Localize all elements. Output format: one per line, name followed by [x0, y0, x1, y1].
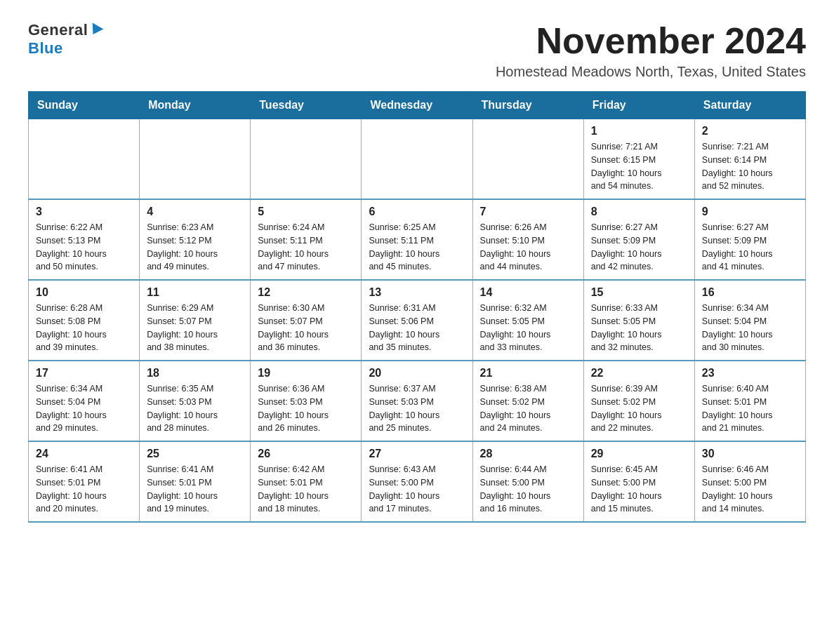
day-number: 30 — [702, 448, 798, 460]
calendar-week-row: 24Sunrise: 6:41 AM Sunset: 5:01 PM Dayli… — [29, 441, 806, 522]
day-number: 6 — [369, 206, 465, 218]
day-number: 14 — [480, 286, 576, 299]
day-number: 18 — [147, 367, 243, 380]
calendar-cell: 5Sunrise: 6:24 AM Sunset: 5:11 PM Daylig… — [251, 199, 362, 280]
logo-triangle-icon — [88, 22, 104, 37]
calendar-cell: 11Sunrise: 6:29 AM Sunset: 5:07 PM Dayli… — [140, 280, 251, 361]
logo-general-text: General — [28, 21, 88, 39]
day-number: 20 — [369, 367, 465, 380]
day-info: Sunrise: 6:44 AM Sunset: 5:00 PM Dayligh… — [480, 463, 576, 516]
day-info: Sunrise: 6:46 AM Sunset: 5:00 PM Dayligh… — [702, 463, 798, 516]
weekday-header-wednesday: Wednesday — [362, 92, 472, 119]
day-number: 8 — [591, 206, 687, 218]
day-info: Sunrise: 7:21 AM Sunset: 6:14 PM Dayligh… — [702, 140, 798, 193]
day-info: Sunrise: 6:22 AM Sunset: 5:13 PM Dayligh… — [36, 221, 132, 274]
calendar-cell: 16Sunrise: 6:34 AM Sunset: 5:04 PM Dayli… — [694, 280, 805, 361]
day-number: 1 — [591, 125, 687, 137]
weekday-header-friday: Friday — [583, 92, 694, 119]
day-info: Sunrise: 6:37 AM Sunset: 5:03 PM Dayligh… — [369, 382, 465, 435]
day-number: 12 — [258, 286, 354, 299]
day-number: 15 — [591, 286, 687, 299]
day-info: Sunrise: 7:21 AM Sunset: 6:15 PM Dayligh… — [591, 140, 687, 193]
day-number: 4 — [147, 206, 243, 218]
day-info: Sunrise: 6:27 AM Sunset: 5:09 PM Dayligh… — [702, 221, 798, 274]
calendar-cell: 23Sunrise: 6:40 AM Sunset: 5:01 PM Dayli… — [694, 361, 805, 441]
logo: General Blue — [28, 21, 102, 58]
day-number: 7 — [480, 206, 576, 218]
calendar-cell: 21Sunrise: 6:38 AM Sunset: 5:02 PM Dayli… — [472, 361, 583, 441]
day-number: 11 — [147, 286, 243, 299]
weekday-header-sunday: Sunday — [29, 92, 140, 119]
day-info: Sunrise: 6:23 AM Sunset: 5:12 PM Dayligh… — [147, 221, 243, 274]
day-info: Sunrise: 6:45 AM Sunset: 5:00 PM Dayligh… — [591, 463, 687, 516]
month-title: November 2024 — [496, 21, 806, 61]
calendar-cell — [472, 119, 583, 200]
calendar-cell: 7Sunrise: 6:26 AM Sunset: 5:10 PM Daylig… — [472, 199, 583, 280]
day-number: 16 — [702, 286, 798, 299]
calendar-week-row: 1Sunrise: 7:21 AM Sunset: 6:15 PM Daylig… — [29, 119, 806, 200]
calendar-cell: 22Sunrise: 6:39 AM Sunset: 5:02 PM Dayli… — [583, 361, 694, 441]
weekday-header-row: SundayMondayTuesdayWednesdayThursdayFrid… — [29, 92, 806, 119]
day-number: 21 — [480, 367, 576, 380]
calendar-week-row: 10Sunrise: 6:28 AM Sunset: 5:08 PM Dayli… — [29, 280, 806, 361]
day-number: 26 — [258, 448, 354, 460]
calendar-cell: 30Sunrise: 6:46 AM Sunset: 5:00 PM Dayli… — [694, 441, 805, 522]
calendar-cell — [29, 119, 140, 200]
day-number: 25 — [147, 448, 243, 460]
calendar-table: SundayMondayTuesdayWednesdayThursdayFrid… — [28, 91, 806, 523]
day-info: Sunrise: 6:42 AM Sunset: 5:01 PM Dayligh… — [258, 463, 354, 516]
calendar-cell: 28Sunrise: 6:44 AM Sunset: 5:00 PM Dayli… — [472, 441, 583, 522]
calendar-cell — [251, 119, 362, 200]
day-info: Sunrise: 6:41 AM Sunset: 5:01 PM Dayligh… — [147, 463, 243, 516]
weekday-header-thursday: Thursday — [472, 92, 583, 119]
day-number: 23 — [702, 367, 798, 380]
calendar-cell — [362, 119, 472, 200]
calendar-cell: 26Sunrise: 6:42 AM Sunset: 5:01 PM Dayli… — [251, 441, 362, 522]
day-info: Sunrise: 6:26 AM Sunset: 5:10 PM Dayligh… — [480, 221, 576, 274]
calendar-cell: 1Sunrise: 7:21 AM Sunset: 6:15 PM Daylig… — [583, 119, 694, 200]
day-number: 19 — [258, 367, 354, 380]
day-number: 2 — [702, 125, 798, 137]
day-number: 22 — [591, 367, 687, 380]
day-info: Sunrise: 6:36 AM Sunset: 5:03 PM Dayligh… — [258, 382, 354, 435]
calendar-week-row: 17Sunrise: 6:34 AM Sunset: 5:04 PM Dayli… — [29, 361, 806, 441]
day-number: 27 — [369, 448, 465, 460]
day-number: 5 — [258, 206, 354, 218]
day-info: Sunrise: 6:38 AM Sunset: 5:02 PM Dayligh… — [480, 382, 576, 435]
page-header: General Blue November 2024 Homestead Mea… — [28, 21, 806, 80]
day-number: 28 — [480, 448, 576, 460]
calendar-cell: 24Sunrise: 6:41 AM Sunset: 5:01 PM Dayli… — [29, 441, 140, 522]
title-section: November 2024 Homestead Meadows North, T… — [496, 21, 806, 80]
calendar-cell: 14Sunrise: 6:32 AM Sunset: 5:05 PM Dayli… — [472, 280, 583, 361]
logo-blue-text: Blue — [28, 39, 63, 58]
calendar-cell: 27Sunrise: 6:43 AM Sunset: 5:00 PM Dayli… — [362, 441, 472, 522]
day-number: 3 — [36, 206, 132, 218]
weekday-header-tuesday: Tuesday — [251, 92, 362, 119]
day-info: Sunrise: 6:27 AM Sunset: 5:09 PM Dayligh… — [591, 221, 687, 274]
calendar-cell: 20Sunrise: 6:37 AM Sunset: 5:03 PM Dayli… — [362, 361, 472, 441]
day-info: Sunrise: 6:33 AM Sunset: 5:05 PM Dayligh… — [591, 302, 687, 354]
calendar-cell: 29Sunrise: 6:45 AM Sunset: 5:00 PM Dayli… — [583, 441, 694, 522]
calendar-cell: 19Sunrise: 6:36 AM Sunset: 5:03 PM Dayli… — [251, 361, 362, 441]
day-info: Sunrise: 6:28 AM Sunset: 5:08 PM Dayligh… — [36, 302, 132, 354]
location-title: Homestead Meadows North, Texas, United S… — [496, 64, 806, 80]
calendar-week-row: 3Sunrise: 6:22 AM Sunset: 5:13 PM Daylig… — [29, 199, 806, 280]
calendar-cell: 8Sunrise: 6:27 AM Sunset: 5:09 PM Daylig… — [583, 199, 694, 280]
calendar-cell: 15Sunrise: 6:33 AM Sunset: 5:05 PM Dayli… — [583, 280, 694, 361]
weekday-header-saturday: Saturday — [694, 92, 805, 119]
calendar-cell: 4Sunrise: 6:23 AM Sunset: 5:12 PM Daylig… — [140, 199, 251, 280]
day-info: Sunrise: 6:31 AM Sunset: 5:06 PM Dayligh… — [369, 302, 465, 354]
day-number: 9 — [702, 206, 798, 218]
day-info: Sunrise: 6:32 AM Sunset: 5:05 PM Dayligh… — [480, 302, 576, 354]
day-info: Sunrise: 6:34 AM Sunset: 5:04 PM Dayligh… — [36, 382, 132, 435]
day-number: 13 — [369, 286, 465, 299]
calendar-cell — [140, 119, 251, 200]
day-info: Sunrise: 6:43 AM Sunset: 5:00 PM Dayligh… — [369, 463, 465, 516]
calendar-cell: 6Sunrise: 6:25 AM Sunset: 5:11 PM Daylig… — [362, 199, 472, 280]
day-info: Sunrise: 6:34 AM Sunset: 5:04 PM Dayligh… — [702, 302, 798, 354]
calendar-cell: 13Sunrise: 6:31 AM Sunset: 5:06 PM Dayli… — [362, 280, 472, 361]
day-number: 17 — [36, 367, 132, 380]
day-number: 24 — [36, 448, 132, 460]
day-info: Sunrise: 6:24 AM Sunset: 5:11 PM Dayligh… — [258, 221, 354, 274]
calendar-cell: 12Sunrise: 6:30 AM Sunset: 5:07 PM Dayli… — [251, 280, 362, 361]
